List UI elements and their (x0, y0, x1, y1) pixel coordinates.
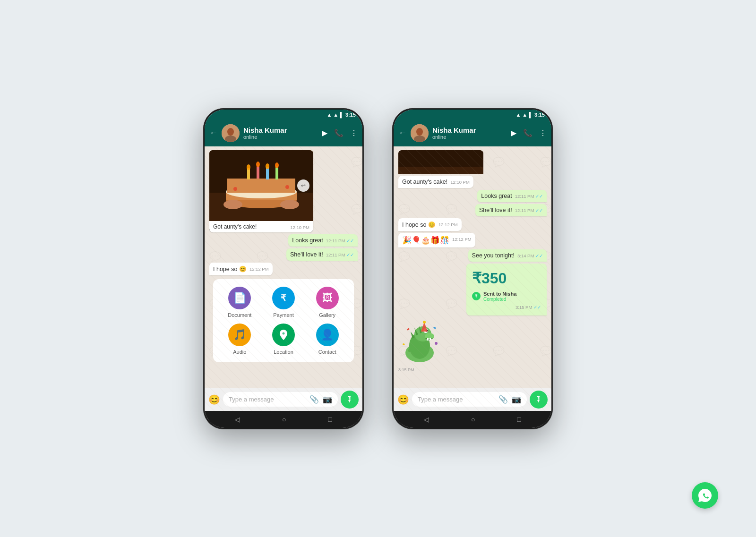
forward-button-1[interactable]: ↩ (297, 179, 309, 192)
more-options-icon-2[interactable]: ⋮ (539, 128, 547, 137)
video-call-icon-2[interactable]: ▶ (511, 128, 516, 137)
chat-body-2: Got aunty's cake! 12:10 PM Looks great 1… (394, 146, 551, 411)
document-icon: 📄 (228, 287, 251, 309)
sticker-time-2: 3:15 PM (398, 367, 441, 372)
svg-point-23 (416, 128, 423, 136)
msg-sent-2b: She'll love it! 12:11 PM ✓✓ (475, 204, 547, 216)
sticker-2: 3:15 PM (398, 317, 441, 372)
input-bar-2: 😊 Type a message 📎 📷 🎙 (394, 388, 551, 411)
camera-button-2[interactable]: 📷 (512, 395, 521, 404)
signal-icon-2: ▲ (522, 112, 527, 118)
voice-call-icon-1[interactable]: 📞 (334, 128, 344, 137)
msg-sent-1b: She'll love it! 12:11 PM ✓✓ (286, 248, 358, 261)
header-icons-2: ▶ 📞 ⋮ (511, 128, 547, 137)
back-button-2[interactable]: ← (398, 128, 407, 138)
msg-time-received-2b: 12:12 PM (438, 222, 458, 227)
msg-text-sent-2b: She'll love it! (479, 207, 512, 213)
svg-rect-42 (433, 327, 436, 329)
voice-call-icon-2[interactable]: 📞 (523, 128, 533, 137)
audio-label: Audio (233, 349, 246, 355)
emoji-button-2[interactable]: 😊 (397, 394, 409, 405)
attach-item-location[interactable]: Location (265, 324, 303, 355)
camera-button-1[interactable]: 📷 (323, 395, 332, 404)
mic-button-2[interactable]: 🎙 (530, 391, 548, 409)
emoji-button-1[interactable]: 😊 (208, 394, 220, 405)
contact-label: Contact (318, 349, 336, 355)
msg-time-sent-2c: 3:14 PM ✓✓ (517, 253, 543, 258)
more-options-icon-1[interactable]: ⋮ (350, 128, 358, 137)
back-button-1[interactable]: ← (209, 128, 218, 138)
input-icons-1: 📎 📷 (309, 395, 332, 404)
location-icon (272, 324, 295, 346)
message-input-2[interactable]: Type a message 📎 📷 (412, 392, 527, 407)
battery-icon-2: ▌ (529, 112, 533, 118)
battery-icon-1: ▌ (340, 112, 344, 118)
attach-item-document[interactable]: 📄 Document (221, 287, 259, 318)
attach-button-2[interactable]: 📎 (498, 395, 508, 404)
input-icons-2: 📎 📷 (498, 395, 521, 404)
msg-received-1a: I hope so 😊 12:12 PM (209, 263, 273, 275)
attach-item-contact[interactable]: 👤 Contact (308, 324, 346, 355)
status-icons-1: ▲ ▲ ▌ (326, 112, 344, 118)
msg-text-sent-2a: Looks great (481, 193, 512, 199)
recent-nav-2[interactable]: □ (517, 416, 521, 423)
wifi-icon-2: ▲ (515, 112, 521, 118)
msg-text-received-2a: Got aunty's cake! (402, 179, 447, 185)
input-bar-1: 😊 Type a message 📎 📷 🎙 (205, 388, 362, 411)
msg-received-2c: 🎉🎈🎂🎁🎊 12:12 PM (398, 233, 475, 247)
home-nav-2[interactable]: ○ (471, 416, 475, 423)
document-label: Document (228, 312, 251, 318)
svg-rect-41 (407, 328, 410, 330)
msg-time-sent-2b: 12:11 PM ✓✓ (515, 208, 543, 213)
msg-time-sent-1a: 12:11 PM ✓✓ (326, 238, 354, 243)
home-nav-1[interactable]: ○ (282, 416, 286, 423)
audio-icon: 🎵 (228, 324, 251, 346)
payment-time-2: 3:15 PM ✓✓ (515, 305, 541, 310)
payment-info-2: Sent to Nisha Completed (483, 291, 516, 302)
msg-text-received-1a: I hope so 😊 (213, 266, 247, 273)
message-input-1[interactable]: Type a message 📎 📷 (223, 392, 338, 407)
contact-status-2: online (432, 134, 507, 140)
payment-sent-to-2: Sent to Nisha (483, 291, 516, 297)
back-nav-1[interactable]: ◁ (235, 416, 240, 423)
attach-item-gallery[interactable]: 🖼 Gallery (308, 287, 346, 318)
phone-1: ▲ ▲ ▌ 3:15 ← (203, 108, 364, 429)
mic-button-1[interactable]: 🎙 (341, 391, 359, 409)
chat-header-1: ← Nisha Kumar online ▶ (205, 120, 362, 146)
svg-rect-10 (257, 165, 259, 179)
video-call-icon-1[interactable]: ▶ (322, 128, 327, 137)
image-caption-text-1: Got aunty's cake! (213, 223, 257, 230)
msg-time-sent-2a: 12:11 PM ✓✓ (515, 194, 543, 199)
payment-message-2: ₹350 ₹ Sent to Nisha Completed 3:15 PM ✓… (466, 264, 547, 315)
chat-header-2: ← Nisha Kumar online ▶ (394, 120, 551, 146)
phone-2: ▲ ▲ ▌ 3:15 ← (392, 108, 553, 429)
svg-point-44 (435, 342, 438, 345)
payment-completed-2: Completed (483, 297, 516, 302)
avatar-img-2 (411, 124, 429, 142)
msg-sent-2a: Looks great 12:11 PM ✓✓ (477, 190, 547, 202)
phones-container: ▲ ▲ ▌ 3:15 ← (203, 108, 553, 429)
nav-bar-2: ◁ ○ □ (394, 411, 551, 428)
msg-time-sent-1b: 12:11 PM ✓✓ (326, 252, 354, 257)
attach-item-payment[interactable]: ₹ Payment (265, 287, 303, 318)
payment-icon: ₹ (272, 287, 295, 309)
attach-item-audio[interactable]: 🎵 Audio (221, 324, 259, 355)
svg-point-18 (280, 200, 299, 209)
gallery-label: Gallery (319, 312, 335, 318)
contact-name-2: Nisha Kumar (432, 126, 507, 134)
image-time-1: 12:10 PM (290, 225, 309, 230)
time-1: 3:15 (345, 112, 356, 118)
msg-received-2b: I hope so 😊 12:12 PM (398, 218, 462, 231)
recent-nav-1[interactable]: □ (328, 416, 332, 423)
svg-rect-26 (398, 167, 483, 174)
whatsapp-logo (692, 482, 718, 509)
attach-grid-1: 📄 Document ₹ Payment 🖼 Gallery (221, 287, 346, 355)
attach-button-1[interactable]: 📎 (309, 395, 319, 404)
contact-status-1: online (243, 134, 318, 140)
input-placeholder-2: Type a message (418, 396, 463, 403)
svg-point-1 (227, 128, 234, 136)
msg-time-received-1a: 12:12 PM (249, 266, 269, 272)
msg-time-received-2a: 12:10 PM (450, 179, 470, 185)
back-nav-2[interactable]: ◁ (424, 416, 429, 423)
contact-info-2: Nisha Kumar online (432, 126, 507, 140)
